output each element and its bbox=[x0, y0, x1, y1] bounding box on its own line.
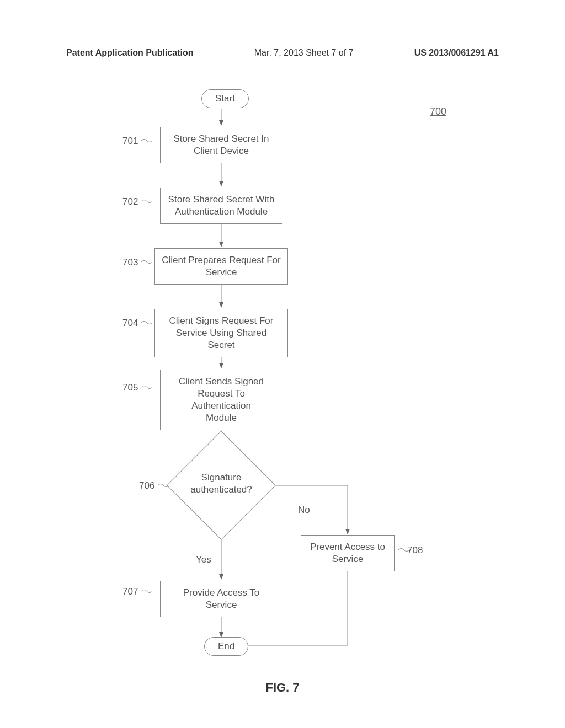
decision-706 bbox=[167, 431, 276, 540]
flowchart-container: Start Store Shared Secret InClient Devic… bbox=[0, 83, 565, 689]
label-708: 708 bbox=[407, 545, 423, 556]
process-704: Client Signs Request ForService Using Sh… bbox=[154, 309, 288, 357]
process-701: Store Shared Secret InClient Device bbox=[160, 127, 282, 163]
label-704: 704 bbox=[122, 318, 138, 329]
header-date-sheet: Mar. 7, 2013 Sheet 7 of 7 bbox=[254, 48, 354, 58]
process-707: Provide Access To Service bbox=[160, 581, 282, 617]
edge-yes: Yes bbox=[196, 554, 211, 565]
process-702: Store Shared Secret WithAuthentication M… bbox=[160, 188, 282, 224]
label-707: 707 bbox=[122, 586, 138, 597]
process-703: Client Prepares Request ForService bbox=[154, 248, 288, 285]
end-terminal: End bbox=[204, 637, 248, 656]
label-706: 706 bbox=[139, 480, 154, 491]
process-708: Prevent Access toService bbox=[301, 535, 395, 571]
start-terminal: Start bbox=[201, 89, 249, 108]
figure-title: FIG. 7 bbox=[0, 681, 565, 695]
edge-no: No bbox=[298, 505, 310, 516]
page-header: Patent Application Publication Mar. 7, 2… bbox=[0, 48, 565, 58]
label-701: 701 bbox=[122, 136, 138, 147]
process-705: Client Sends SignedRequest To Authentica… bbox=[160, 370, 282, 430]
header-patent-number: US 2013/0061291 A1 bbox=[414, 48, 499, 58]
flowchart-arrows bbox=[0, 83, 565, 689]
label-702: 702 bbox=[122, 196, 138, 207]
header-publication: Patent Application Publication bbox=[66, 48, 194, 58]
label-703: 703 bbox=[122, 257, 138, 268]
label-705: 705 bbox=[122, 382, 138, 393]
